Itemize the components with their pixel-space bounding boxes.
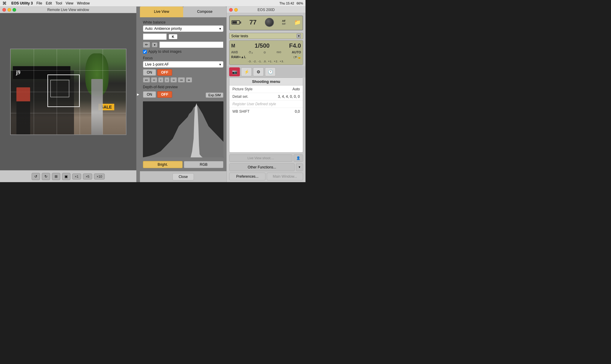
focus-off-btn[interactable]: OFF: [157, 69, 172, 76]
close-btn[interactable]: Close: [172, 173, 194, 180]
cam-icons-row: AWB ⏱₂ ⊙ ISO AUTO: [231, 50, 301, 54]
wb-color-preview: [159, 41, 223, 48]
other-func-row: Other Functions... ▾: [229, 163, 303, 171]
wb-pencil-btn[interactable]: ✏: [143, 42, 150, 48]
exp-sim-btn[interactable]: Exp.SIM: [206, 92, 223, 98]
sidebar-toggle[interactable]: ▶: [136, 7, 140, 182]
tab-bar: Live View Compose: [140, 7, 226, 17]
focus-box-inner: [50, 80, 69, 97]
main-window-btn[interactable]: Main Window...: [267, 173, 303, 180]
folder-name-input[interactable]: [231, 34, 295, 38]
focus-select-wrapper: Live 1-point AF Live Face+Tracking Flexi…: [143, 61, 223, 68]
histogram-footer: Bright. RGB: [143, 161, 223, 168]
cam-aperture: F4.0: [289, 42, 301, 49]
battery-value: 77: [249, 18, 257, 26]
cam-format-row: RAW+▲L □⁴·🔒: [231, 55, 301, 59]
eos-titlebar: EOS 200D: [227, 7, 306, 13]
wb-dropdown-btn[interactable]: ▾: [152, 42, 158, 47]
cam-exp-scale: -3. -2. -1. .0. +1. +2. +3.: [231, 60, 301, 63]
detail-key: Detail set.: [232, 95, 248, 99]
nav-left2-btn[interactable]: ‹‹: [151, 77, 157, 83]
nav-right2-btn[interactable]: ››: [170, 77, 177, 83]
grid-btn[interactable]: ⊞: [52, 173, 60, 180]
zoom-x1-btn[interactable]: ×1: [72, 174, 81, 179]
bright-btn[interactable]: Bright.: [143, 161, 183, 168]
close-bar: Close: [140, 171, 226, 182]
depth-on-btn[interactable]: ON: [143, 91, 156, 98]
tab-compose[interactable]: Compose: [183, 7, 226, 17]
lv-shoot-btn[interactable]: Live View shoot....: [229, 154, 292, 162]
other-func-btn[interactable]: Other Functions...: [229, 163, 295, 171]
depth-off-btn[interactable]: OFF: [157, 91, 172, 98]
camera-top-display: 77 AF MF 📁: [229, 16, 303, 30]
minimize-window-btn[interactable]: [7, 8, 11, 12]
cam-tab-flash[interactable]: ⚡: [241, 67, 252, 76]
aspect-btn[interactable]: ▣: [62, 173, 70, 180]
other-func-arrow[interactable]: ▾: [296, 163, 303, 171]
metering-icon: ⊙: [263, 51, 266, 54]
tab-live-view[interactable]: Live View: [140, 7, 183, 17]
rgb-btn[interactable]: RGB: [184, 161, 223, 168]
focus-select[interactable]: Live 1-point AF Live Face+Tracking Flexi…: [143, 61, 223, 68]
mode-dial: [265, 18, 274, 27]
white-balance-select[interactable]: Auto: Ambience priority Auto: White prio…: [143, 25, 223, 32]
preferences-btn[interactable]: Preferences...: [229, 173, 266, 180]
apply-to-shot-checkbox[interactable]: [143, 50, 147, 54]
nav-right1-btn[interactable]: ›: [164, 77, 170, 83]
depth-label: Depth-of-field preview: [143, 85, 223, 89]
menubar-time: Thu 15:42: [279, 1, 294, 5]
zoom-x10-btn[interactable]: ×10: [94, 174, 105, 179]
menu-file[interactable]: File: [36, 1, 42, 5]
register-row[interactable]: Register User Defined style: [229, 100, 303, 108]
shooting-menu-panel: Shooting menu Picture Style Auto Detail …: [229, 78, 303, 153]
menu-edit[interactable]: Edit: [46, 1, 52, 5]
cam-settings-display: M 1/500 F4.0 AWB ⏱₂ ⊙ ISO AUTO RAW+▲L □⁴…: [229, 40, 303, 65]
nav-inf-btn[interactable]: ∞: [186, 77, 192, 83]
focus-section: Focus Live 1-point AF Live Face+Tracking…: [143, 56, 223, 83]
cam-stabilizer: □⁴·🔒: [294, 55, 301, 59]
zoom-x5-btn[interactable]: ×5: [83, 174, 92, 179]
close-window-btn[interactable]: [2, 8, 6, 12]
nav-far-left-btn[interactable]: «‹: [143, 77, 150, 83]
detail-row[interactable]: Detail set. 3, 4, 4, 0, 0, 0: [229, 93, 303, 100]
rotate-left-btn[interactable]: ↺: [32, 173, 40, 180]
depth-section: Depth-of-field preview ON OFF Exp.SIM: [143, 85, 223, 98]
white-balance-section: White balance Auto: Ambience priority Au…: [143, 20, 223, 54]
menu-window[interactable]: Window: [77, 1, 90, 5]
camera-view: j9 SALE: [10, 49, 126, 135]
wb-shift-val: 0,0: [295, 109, 300, 114]
shooting-menu-header: Shooting menu: [229, 78, 303, 86]
maximize-window-btn[interactable]: [13, 8, 16, 12]
folder-dropdown-btn[interactable]: ▾: [297, 34, 301, 38]
cam-tab-clock[interactable]: 🕐: [265, 67, 276, 76]
menubar: ⌘ EOS Utility 3 File Edit Tool View Wind…: [0, 0, 306, 7]
exp-scale-text: -3. -2. -1. .0. +1. +2. +3.: [248, 60, 284, 63]
nav-far-right-btn[interactable]: ›»: [178, 77, 185, 83]
white-balance-label: White balance: [143, 20, 223, 24]
controls-panel: Live View Compose White balance Auto: Am…: [140, 7, 226, 182]
menu-tool[interactable]: Tool: [55, 1, 62, 5]
apple-menu[interactable]: ⌘: [2, 1, 7, 6]
cam-tab-row: 📷 ⚡ ⚙ 🕐: [227, 66, 306, 78]
wb-shift-row[interactable]: WB SHIFT 0,0: [229, 108, 303, 115]
cam-tab-camera[interactable]: 📷: [229, 67, 240, 76]
folder-name-row: ▾: [229, 33, 303, 39]
battery-indicator: [232, 20, 241, 24]
wb-k-button[interactable]: K: [169, 34, 178, 39]
live-view-panel: Remote Live View window j9 SALE: [0, 7, 136, 182]
eos-close-btn[interactable]: [229, 8, 233, 12]
cam-tab-settings[interactable]: ⚙: [253, 67, 264, 76]
lv-icon-btn[interactable]: 👤: [294, 154, 303, 162]
picture-style-row[interactable]: Picture Style Auto: [229, 86, 303, 93]
focus-box-outer: [47, 75, 80, 107]
eos-minimize-btn[interactable]: [234, 8, 238, 12]
cam-shutter: 1/500: [255, 42, 270, 49]
nav-left1-btn[interactable]: ‹: [158, 77, 163, 83]
rotate-right-btn[interactable]: ↻: [42, 173, 50, 180]
white-balance-select-wrapper: Auto: Ambience priority Auto: White prio…: [143, 25, 223, 32]
bottom-buttons: Live View shoot.... 👤 Other Functions...…: [227, 153, 306, 182]
live-view-content: j9 SALE: [0, 13, 136, 170]
focus-on-btn[interactable]: ON: [143, 69, 156, 76]
app-name[interactable]: EOS Utility 3: [11, 1, 33, 5]
menu-view[interactable]: View: [66, 1, 73, 5]
